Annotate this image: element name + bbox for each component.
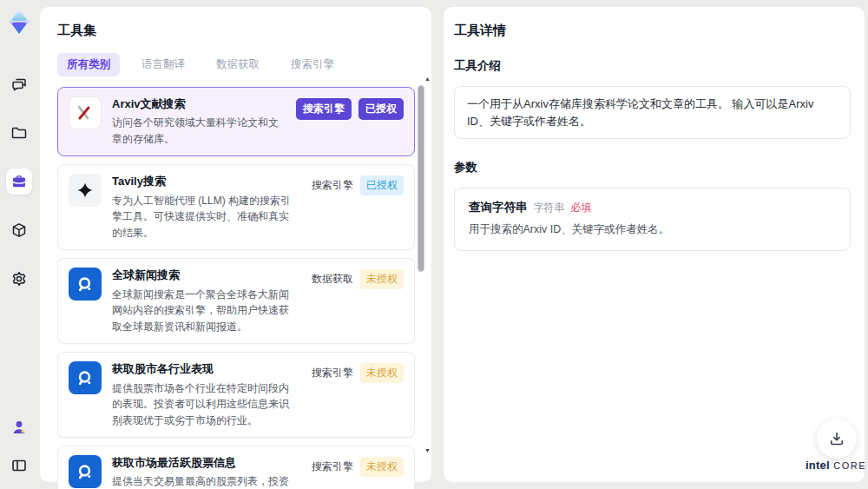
sidebar-item-account[interactable] bbox=[6, 414, 32, 440]
tool-category-label: 搜索引擎 bbox=[312, 366, 353, 380]
sidebar-item-collapse[interactable] bbox=[6, 453, 32, 479]
category-tabs: 所有类别语言翻译数据获取搜索引擎 bbox=[57, 53, 431, 76]
category-tab[interactable]: 所有类别 bbox=[57, 53, 120, 76]
tool-auth-badge: 未授权 bbox=[360, 269, 404, 289]
toolset-panel: 工具集 所有类别语言翻译数据获取搜索引擎 Arxiv文献搜索 访问各个研究领域大… bbox=[40, 7, 431, 482]
params-heading: 参数 bbox=[454, 160, 851, 175]
news-search-logo-icon bbox=[69, 455, 102, 488]
tool-card[interactable]: 获取股市各行业表现 提供股票市场各个行业在特定时间段内的表现。投资者可以利用这些… bbox=[57, 352, 415, 438]
tool-name: 获取股市各行业表现 bbox=[112, 361, 291, 377]
param-card: 查询字符串 字符串 必填 用于搜索的Arxiv ID、关键字或作者姓名。 bbox=[454, 188, 851, 251]
tool-detail-panel: 工具详情 工具介绍 一个用于从Arxiv存储库搜索科学论文和文章的工具。 输入可… bbox=[444, 7, 865, 482]
tool-description: 专为人工智能代理 (LLM) 构建的搜索引擎工具。可快速提供实时、准确和真实的结… bbox=[112, 193, 291, 241]
news-search-logo-icon bbox=[69, 268, 102, 301]
app-rail bbox=[0, 0, 38, 489]
download-icon bbox=[828, 430, 845, 447]
tool-description: 提供当天交易量最高的股票列表，投资者可以利用这些信息来识别流动性强的股票和潜在的… bbox=[112, 473, 291, 489]
sidebar-item-files[interactable] bbox=[6, 120, 32, 146]
param-description: 用于搜索的Arxiv ID、关键字或作者姓名。 bbox=[469, 222, 836, 237]
tool-auth-badge: 未授权 bbox=[360, 363, 404, 383]
category-tab[interactable]: 语言翻译 bbox=[132, 53, 194, 76]
tool-auth-badge: 已授权 bbox=[360, 175, 404, 195]
tool-list: Arxiv文献搜索 访问各个研究领域大量科学论文和文章的存储库。 搜索引擎 已授… bbox=[57, 87, 415, 489]
detail-title: 工具详情 bbox=[454, 23, 851, 39]
category-tab[interactable]: 搜索引擎 bbox=[281, 53, 344, 76]
tavily-star-icon bbox=[69, 174, 102, 207]
tool-card[interactable]: 获取市场最活跃股票信息 提供当天交易量最高的股票列表，投资者可以利用这些信息来识… bbox=[57, 446, 415, 489]
tool-category-label: 数据获取 bbox=[312, 272, 353, 287]
sidebar-item-chat[interactable] bbox=[6, 71, 32, 97]
briefcase-icon bbox=[10, 173, 28, 190]
page-title: 工具集 bbox=[57, 23, 431, 39]
sidebar-item-models[interactable] bbox=[6, 217, 32, 243]
tool-auth-badge: 未授权 bbox=[360, 457, 404, 477]
intel-core-logo: intel CORE bbox=[803, 457, 868, 472]
intro-text-box: 一个用于从Arxiv存储库搜索科学论文和文章的工具。 输入可以是Arxiv ID… bbox=[454, 86, 851, 139]
tool-category-label: 搜索引擎 bbox=[296, 98, 352, 120]
tool-description: 全球新闻搜索是一个聚合全球各大新闻网站内容的搜索引擎，帮助用户快速获取全球最新资… bbox=[112, 287, 291, 335]
tool-card[interactable]: 全球新闻搜索 全球新闻搜索是一个聚合全球各大新闻网站内容的搜索引擎，帮助用户快速… bbox=[57, 258, 415, 344]
panel-toggle-icon bbox=[10, 457, 28, 474]
tool-description: 访问各个研究领域大量科学论文和文章的存储库。 bbox=[112, 115, 286, 147]
user-icon bbox=[10, 419, 28, 436]
category-tab[interactable]: 数据获取 bbox=[207, 53, 269, 76]
tool-name: 获取市场最活跃股票信息 bbox=[112, 455, 291, 471]
scrollbar-up-arrow[interactable]: ▲ bbox=[424, 75, 431, 83]
arxiv-logo-icon bbox=[69, 96, 102, 129]
tool-category-label: 搜索引擎 bbox=[312, 459, 353, 474]
folder-icon bbox=[10, 124, 28, 142]
app-logo-gem-icon[interactable] bbox=[4, 7, 34, 36]
tool-card[interactable]: Arxiv文献搜索 访问各个研究领域大量科学论文和文章的存储库。 搜索引擎 已授… bbox=[57, 87, 415, 156]
tool-name: Tavily搜索 bbox=[112, 174, 291, 189]
intro-heading: 工具介绍 bbox=[454, 58, 851, 74]
tool-description: 提供股票市场各个行业在特定时间段内的表现。投资者可以利用这些信息来识别表现优于或… bbox=[112, 380, 291, 429]
scrollbar-thumb[interactable] bbox=[418, 85, 424, 272]
news-search-logo-icon bbox=[69, 361, 102, 394]
tool-card[interactable]: Tavily搜索 专为人工智能代理 (LLM) 构建的搜索引擎工具。可快速提供实… bbox=[57, 164, 415, 250]
download-button[interactable] bbox=[817, 419, 857, 459]
param-type: 字符串 bbox=[534, 201, 565, 215]
tool-auth-badge: 已授权 bbox=[358, 98, 404, 120]
tool-name: 全球新闻搜索 bbox=[112, 268, 291, 283]
sidebar-item-tools[interactable] bbox=[6, 169, 32, 195]
scrollbar-down-arrow[interactable]: ▼ bbox=[424, 446, 431, 454]
param-required-flag: 必填 bbox=[571, 201, 592, 215]
param-name: 查询字符串 bbox=[469, 200, 528, 215]
tool-category-label: 搜索引擎 bbox=[312, 178, 353, 193]
sidebar-item-settings[interactable] bbox=[6, 266, 32, 292]
tool-name: Arxiv文献搜索 bbox=[112, 96, 286, 112]
cube-icon bbox=[10, 221, 28, 239]
gear-icon bbox=[10, 270, 28, 287]
chat-icon bbox=[10, 76, 28, 93]
